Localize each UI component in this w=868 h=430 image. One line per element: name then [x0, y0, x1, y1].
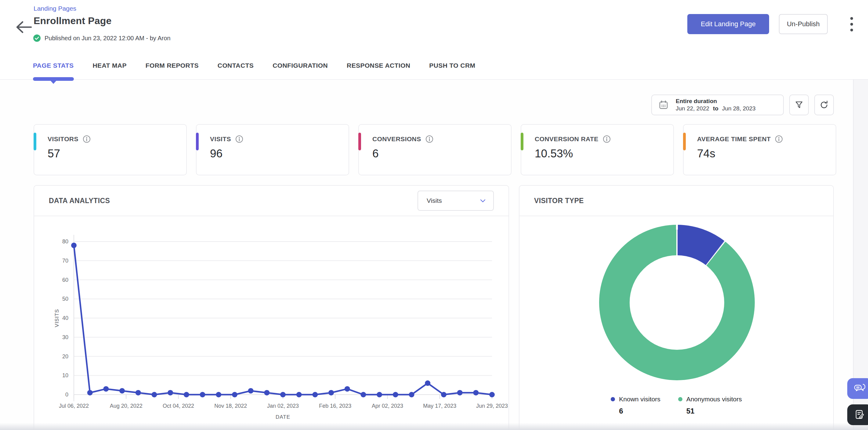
- svg-text:Apr 02, 2023: Apr 02, 2023: [372, 403, 403, 409]
- svg-text:VISITS: VISITS: [54, 309, 60, 327]
- tab-response-action[interactable]: RESPONSE ACTION: [347, 52, 410, 79]
- svg-text:Jul 06, 2022: Jul 06, 2022: [59, 403, 89, 409]
- legend-item-known-visitors[interactable]: Known visitors6: [611, 396, 660, 416]
- svg-text:40: 40: [62, 315, 68, 321]
- tab-heat-map[interactable]: HEAT MAP: [93, 52, 127, 79]
- stat-card-label: AVERAGE TIME SPENT: [697, 135, 771, 143]
- stat-card-label: CONVERSION RATE: [535, 135, 598, 143]
- refresh-icon: [819, 100, 829, 110]
- visits-line-chart: 01020304050607080Jul 06, 2022Aug 20, 202…: [34, 216, 508, 430]
- tab-configuration[interactable]: CONFIGURATION: [273, 52, 328, 79]
- stat-card-value: 10.53%: [535, 147, 673, 160]
- tab-label: PUSH TO CRM: [429, 62, 475, 69]
- stat-card-average-time-spent: AVERAGE TIME SPENT74s: [683, 124, 836, 175]
- page-title: Enrollment Page: [34, 15, 112, 27]
- legend-item-anonymous-visitors[interactable]: Anonymous visitors51: [678, 396, 742, 416]
- tab-push-to-crm[interactable]: PUSH TO CRM: [429, 52, 475, 79]
- date-range-value: Jun 22, 2022toJun 28, 2023: [676, 105, 756, 112]
- refresh-button[interactable]: [814, 95, 834, 115]
- metric-dropdown-value: Visits: [427, 197, 442, 204]
- visitor-type-panel: VISITOR TYPE Known visitors6Anonymous vi…: [519, 185, 834, 430]
- chat-support-button[interactable]: [847, 378, 868, 399]
- stat-card-value: 6: [372, 147, 511, 160]
- svg-text:0: 0: [65, 392, 68, 398]
- published-check-icon: [33, 34, 41, 42]
- stat-cards-row: VISITORS57VISITS96CONVERSIONS6CONVERSION…: [34, 124, 836, 175]
- note-edit-icon: [854, 409, 865, 420]
- stat-card-value: 74s: [697, 147, 836, 160]
- filter-button[interactable]: [789, 95, 809, 115]
- info-icon[interactable]: [775, 135, 783, 143]
- svg-text:Aug 20, 2022: Aug 20, 2022: [110, 403, 143, 409]
- date-range-label: Entire duration: [676, 98, 756, 105]
- tab-form-reports[interactable]: FORM REPORTS: [146, 52, 199, 79]
- tab-label: RESPONSE ACTION: [347, 62, 410, 69]
- tab-label: CONTACTS: [218, 62, 254, 69]
- breadcrumb[interactable]: Landing Pages: [34, 5, 76, 12]
- visitor-type-title: VISITOR TYPE: [534, 197, 584, 205]
- visitor-type-legend: Known visitors6Anonymous visitors51: [520, 396, 833, 416]
- svg-text:80: 80: [62, 238, 68, 244]
- tab-page-stats[interactable]: PAGE STATS: [33, 52, 74, 79]
- legend-label: Anonymous visitors: [686, 396, 742, 403]
- info-icon[interactable]: [603, 135, 611, 143]
- svg-text:Oct 04, 2022: Oct 04, 2022: [163, 403, 194, 409]
- tab-label: HEAT MAP: [93, 62, 127, 69]
- tab-bar: PAGE STATSHEAT MAPFORM REPORTSCONTACTSCO…: [0, 52, 868, 79]
- right-scroll-strip[interactable]: [853, 79, 868, 430]
- more-options-icon[interactable]: [843, 14, 860, 34]
- legend-label: Known visitors: [619, 396, 660, 403]
- stat-card-conversion-rate: CONVERSION RATE10.53%: [521, 124, 674, 175]
- svg-text:Feb 16, 2023: Feb 16, 2023: [319, 403, 351, 409]
- info-icon[interactable]: [426, 135, 433, 143]
- svg-text:DATE: DATE: [276, 414, 290, 420]
- stat-card-conversions: CONVERSIONS6: [358, 124, 512, 175]
- stat-card-visitors: VISITORS57: [34, 124, 187, 175]
- card-accent-bar: [683, 133, 686, 150]
- legend-dot: [611, 397, 615, 401]
- stat-card-label: CONVERSIONS: [372, 135, 421, 143]
- legend-dot: [678, 397, 682, 401]
- info-icon[interactable]: [235, 135, 243, 143]
- tab-label: PAGE STATS: [33, 62, 74, 69]
- chevron-down-icon: [479, 197, 487, 204]
- visitor-type-donut-chart: [599, 225, 755, 380]
- svg-text:10: 10: [62, 372, 68, 378]
- stat-card-visits: VISITS96: [196, 124, 349, 175]
- info-icon[interactable]: [83, 135, 91, 143]
- date-range-picker[interactable]: Entire duration Jun 22, 2022toJun 28, 20…: [651, 95, 784, 115]
- svg-text:Jan 02, 2023: Jan 02, 2023: [267, 403, 299, 409]
- svg-text:20: 20: [62, 354, 68, 360]
- published-text: Published on Jun 23, 2022 12:00 AM - by …: [44, 35, 170, 42]
- svg-text:70: 70: [62, 258, 68, 264]
- svg-text:60: 60: [62, 277, 68, 283]
- stat-card-value: 96: [210, 147, 348, 160]
- metric-dropdown[interactable]: Visits: [417, 191, 494, 211]
- data-analytics-panel: DATA ANALYTICS Visits 01020304050607080J…: [34, 185, 509, 430]
- legend-value: 51: [686, 407, 742, 416]
- tab-label: CONFIGURATION: [273, 62, 328, 69]
- stat-card-value: 57: [48, 147, 186, 160]
- tab-label: FORM REPORTS: [146, 62, 199, 69]
- stat-card-label: VISITS: [210, 135, 231, 143]
- card-accent-bar: [196, 133, 199, 150]
- legend-value: 6: [619, 407, 660, 416]
- chat-bubbles-icon: [854, 383, 866, 394]
- data-analytics-title: DATA ANALYTICS: [49, 197, 110, 205]
- edit-landing-page-button[interactable]: Edit Landing Page: [687, 14, 769, 34]
- card-accent-bar: [34, 133, 36, 150]
- svg-text:30: 30: [62, 334, 68, 340]
- feedback-button[interactable]: [847, 404, 868, 425]
- tab-contacts[interactable]: CONTACTS: [218, 52, 254, 79]
- funnel-icon: [794, 100, 804, 110]
- card-accent-bar: [358, 133, 361, 150]
- stat-card-label: VISITORS: [48, 135, 79, 143]
- active-tab-indicator: [33, 77, 74, 81]
- unpublish-button[interactable]: Un-Publish: [779, 14, 828, 34]
- card-accent-bar: [521, 133, 523, 150]
- svg-text:Jun 29, 2023: Jun 29, 2023: [476, 403, 508, 409]
- svg-text:Nov 18, 2022: Nov 18, 2022: [214, 403, 247, 409]
- svg-text:50: 50: [62, 296, 68, 302]
- back-arrow-icon[interactable]: [15, 20, 33, 34]
- published-status: Published on Jun 23, 2022 12:00 AM - by …: [33, 34, 170, 42]
